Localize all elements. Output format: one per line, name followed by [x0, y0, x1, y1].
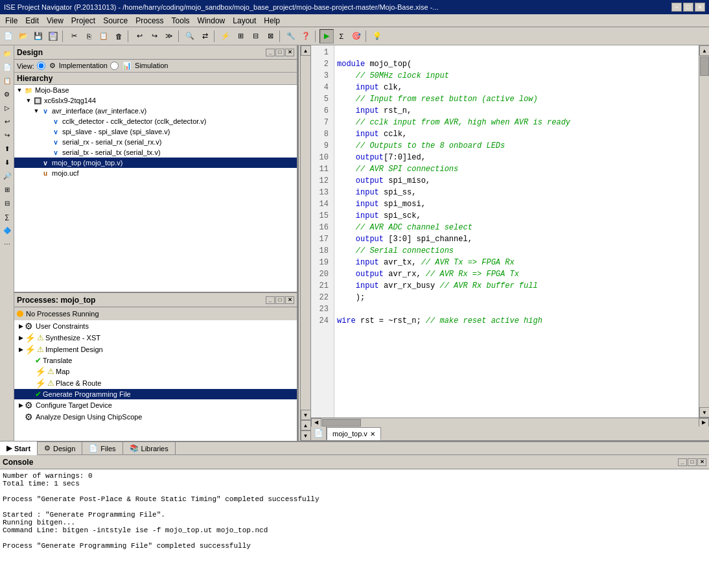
tb-btn6[interactable]: ⊞ — [233, 29, 248, 43]
hierarchy-tree[interactable]: ▼ 📁 Mojo-Base ▼ 🔲 xc6slx9-2tqg144 ▼ v av… — [14, 85, 297, 292]
redo-button[interactable]: ↪ — [147, 29, 161, 43]
minimize-button[interactable]: − — [671, 3, 682, 12]
tab-libraries[interactable]: 📚 Libraries — [123, 441, 176, 456]
side-btn7[interactable]: ↪ — [1, 128, 14, 141]
menu-process[interactable]: Process — [132, 15, 167, 27]
tree-item-mojo-ucf[interactable]: u mojo.ucf — [14, 168, 297, 178]
side-btn12[interactable]: ⊟ — [1, 196, 14, 209]
proc-translate[interactable]: ✔ Translate — [14, 355, 297, 366]
scroll-down-btn[interactable]: ▼ — [301, 410, 311, 420]
new-button[interactable]: 📄 — [1, 29, 16, 43]
tb-btn7[interactable]: ⊟ — [248, 29, 262, 43]
console-max-btn[interactable]: □ — [688, 458, 697, 466]
side-btn14[interactable]: 🔷 — [1, 224, 14, 237]
menu-help[interactable]: Help — [260, 15, 284, 27]
tree-item-serial-tx[interactable]: v serial_tx - serial_tx (serial_tx.v) — [14, 147, 297, 158]
side-btn10[interactable]: 🔎 — [1, 169, 14, 182]
side-btn5[interactable]: ▷ — [1, 101, 14, 114]
menu-file[interactable]: File — [1, 15, 21, 27]
tree-item-avr-interface[interactable]: ▼ v avr_interface (avr_interface.v) — [14, 106, 297, 116]
scroll-up-btn[interactable]: ▲ — [301, 45, 311, 56]
editor-tab-mojo-top[interactable]: mojo_top.v ✕ — [327, 427, 381, 440]
menu-tools[interactable]: Tools — [168, 15, 194, 27]
paste-button[interactable]: 📋 — [97, 29, 111, 43]
menu-layout[interactable]: Layout — [229, 15, 260, 27]
run-button[interactable]: ▶ — [320, 29, 334, 43]
tb-btn9[interactable]: 🔧 — [284, 29, 298, 43]
console-close-btn[interactable]: ✕ — [697, 458, 706, 466]
menu-project[interactable]: Project — [67, 15, 99, 27]
proc-place-route[interactable]: ⚡ ⚠ Place & Route — [14, 377, 297, 389]
processes-list[interactable]: ▶ ⚙ User Constraints ▶ ⚡ ⚠ Synthesize - … — [14, 320, 297, 441]
maximize-button[interactable]: □ — [683, 3, 693, 12]
side-btn2[interactable]: 📄 — [1, 60, 14, 73]
proc-close-btn[interactable]: ✕ — [285, 296, 294, 304]
side-btn3[interactable]: 📋 — [1, 74, 14, 87]
proc-max-btn[interactable]: □ — [275, 296, 285, 304]
open-button[interactable]: 📂 — [16, 29, 30, 43]
tb-btn10[interactable]: ❓ — [299, 29, 313, 43]
light-button[interactable]: 💡 — [370, 29, 384, 43]
simulation-radio[interactable] — [110, 62, 119, 70]
scroll-up2-btn[interactable]: ▲ — [301, 420, 311, 430]
side-btn4[interactable]: ⚙ — [1, 88, 14, 100]
proc-analyze-design[interactable]: ⚙ Analyze Design Using ChipScope — [14, 411, 297, 423]
design-close-btn[interactable]: ✕ — [285, 49, 294, 56]
close-button[interactable]: ✕ — [695, 3, 705, 12]
side-btn1[interactable]: 📁 — [1, 47, 14, 60]
tree-item-mojo-base[interactable]: ▼ 📁 Mojo-Base — [14, 85, 297, 95]
hscroll-thumb[interactable] — [322, 419, 361, 427]
console-content[interactable]: Number of warnings: 0 Total time: 1 secs… — [0, 469, 709, 588]
side-btn13[interactable]: ∑ — [1, 210, 14, 223]
expand-button[interactable]: ≫ — [162, 29, 176, 43]
menu-window[interactable]: Window — [194, 15, 229, 27]
tab-files[interactable]: 📄 Files — [82, 441, 122, 456]
tree-item-spi-slave[interactable]: v spi_slave - spi_slave (spi_slave.v) — [14, 126, 297, 137]
tb-btn8[interactable]: ⊠ — [263, 29, 277, 43]
save-all-button[interactable] — [46, 29, 60, 43]
implementation-radio[interactable] — [37, 62, 45, 70]
proc-map[interactable]: ⚡ ⚠ Map — [14, 366, 297, 377]
search-replace-button[interactable]: ⇄ — [198, 29, 212, 43]
menu-source[interactable]: Source — [99, 15, 132, 27]
console-min-btn[interactable]: _ — [678, 458, 687, 466]
hscroll-right-btn[interactable]: ▶ — [699, 418, 709, 427]
proc-implement[interactable]: ▶ ⚡ ⚠ Implement Design — [14, 344, 297, 355]
side-btn6[interactable]: ↩ — [1, 115, 14, 128]
proc-user-constraints[interactable]: ▶ ⚙ User Constraints — [14, 320, 297, 332]
proc-min-btn[interactable]: _ — [266, 296, 275, 304]
tree-item-cclk-detector[interactable]: v cclk_detector - cclk_detector (cclk_de… — [14, 116, 297, 126]
sigma-button[interactable]: Σ — [334, 29, 349, 43]
tab-start[interactable]: ▶ Start — [0, 441, 38, 456]
undo-button[interactable]: ↩ — [132, 29, 146, 43]
design-max-btn[interactable]: □ — [275, 49, 285, 56]
design-min-btn[interactable]: _ — [266, 49, 275, 56]
vscroll-thumb[interactable] — [700, 56, 709, 76]
code-area[interactable]: module mojo_top( // 50MHz clock input in… — [334, 45, 699, 417]
simulation-label[interactable]: 📊 Simulation — [122, 62, 168, 70]
tb-btn5[interactable]: ⚡ — [218, 29, 233, 43]
tab-close-btn[interactable]: ✕ — [370, 430, 375, 438]
menu-view[interactable]: View — [43, 15, 67, 27]
tree-item-serial-rx[interactable]: v serial_rx - serial_rx (serial_rx.v) — [14, 137, 297, 147]
side-btn15[interactable]: ⋯ — [1, 237, 14, 250]
cut-button[interactable]: ✂ — [67, 29, 81, 43]
implementation-label[interactable]: ⚙ Implementation — [49, 62, 108, 70]
tree-item-xc6slx9[interactable]: ▼ 🔲 xc6slx9-2tqg144 — [14, 95, 297, 106]
target-button[interactable]: 🎯 — [349, 29, 364, 43]
tab-design[interactable]: ⚙ Design — [38, 441, 82, 456]
side-btn11[interactable]: ⊞ — [1, 183, 14, 196]
scroll-down2-btn[interactable]: ▼ — [301, 430, 311, 441]
delete-button[interactable]: 🗑 — [111, 29, 126, 43]
search-button[interactable]: 🔍 — [183, 29, 197, 43]
side-btn8[interactable]: ⬆ — [1, 142, 14, 155]
proc-synthesize[interactable]: ▶ ⚡ ⚠ Synthesize - XST — [14, 332, 297, 344]
vscroll-down-btn[interactable]: ▼ — [699, 407, 709, 417]
proc-configure-target[interactable]: ▶ ⚙ Configure Target Device — [14, 399, 297, 411]
side-btn9[interactable]: ⬇ — [1, 156, 14, 169]
vscroll-up-btn[interactable]: ▲ — [699, 45, 709, 56]
menu-edit[interactable]: Edit — [21, 15, 43, 27]
copy-button[interactable]: ⎘ — [82, 29, 96, 43]
save-button[interactable]: 💾 — [31, 29, 45, 43]
proc-gen-programming[interactable]: ✔ Generate Programming File — [14, 389, 297, 399]
